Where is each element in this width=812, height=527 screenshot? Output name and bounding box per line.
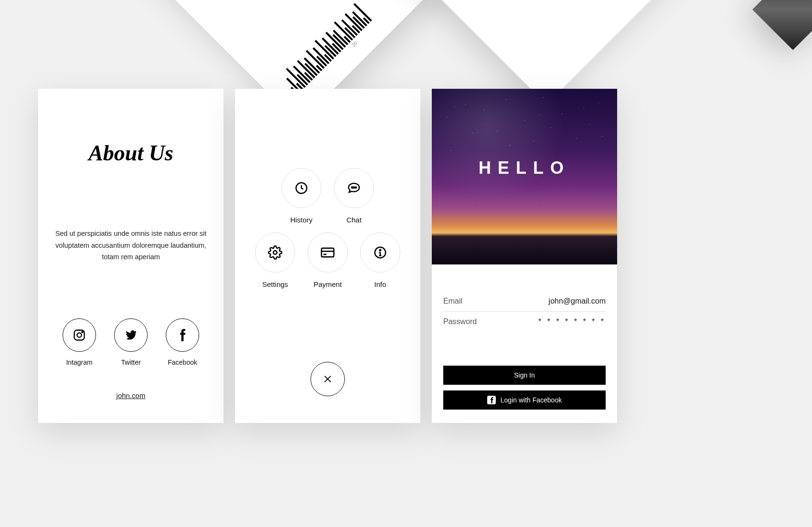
screen-about: About Us Sed ut perspiciatis unde omnis … <box>38 89 224 423</box>
menu-chat-label: Chat <box>334 216 374 224</box>
social-facebook-label: Facebook <box>166 358 199 366</box>
menu-settings-label: Settings <box>255 280 295 288</box>
about-title: About Us <box>38 140 224 166</box>
menu-payment[interactable]: Payment <box>308 232 348 288</box>
svg-point-5 <box>353 187 355 189</box>
menu-settings[interactable]: Settings <box>255 232 295 288</box>
login-facebook-button[interactable]: Login with Facebook <box>443 390 606 410</box>
close-icon <box>322 374 333 384</box>
instagram-icon <box>63 318 96 352</box>
card card-icon <box>308 232 348 273</box>
menu-info-label: Info <box>360 280 400 288</box>
svg-rect-8 <box>321 248 334 257</box>
menu-info[interactable]: Info <box>360 232 400 288</box>
login-form: Email john@gmail.com Password * * * * * … <box>432 264 617 332</box>
facebook-square-icon <box>487 396 496 404</box>
svg-point-1 <box>77 333 81 337</box>
svg-point-7 <box>273 251 277 254</box>
chat-icon <box>334 168 374 208</box>
login-hero: HELLO <box>432 89 617 264</box>
login-facebook-label: Login with Facebook <box>501 396 562 404</box>
info-icon <box>360 232 400 273</box>
facebook-icon <box>166 318 199 352</box>
social-instagram-label: Intagram <box>63 358 96 366</box>
social-twitter[interactable]: Twitter <box>114 318 148 366</box>
social-instagram[interactable]: Intagram <box>63 318 96 366</box>
signin-button[interactable]: Sign In <box>443 366 606 385</box>
social-row: Intagram Twitter Facebook <box>38 318 224 366</box>
email-row[interactable]: Email john@gmail.com <box>443 291 606 312</box>
screen-login: HELLO Email john@gmail.com Password * * … <box>432 89 617 423</box>
email-value: john@gmail.com <box>549 297 606 306</box>
signin-label: Sign In <box>514 371 535 379</box>
svg-point-6 <box>355 187 357 189</box>
bg-thumb-peek <box>752 0 812 50</box>
clock-icon <box>281 168 321 208</box>
close-button[interactable] <box>310 362 345 396</box>
menu-chat[interactable]: Chat <box>334 168 374 224</box>
svg-point-4 <box>352 187 353 189</box>
menu-payment-label: Payment <box>308 280 348 288</box>
twitter-icon <box>114 318 148 352</box>
social-facebook[interactable]: Facebook <box>166 318 199 366</box>
menu-history[interactable]: History <box>281 168 321 224</box>
about-link[interactable]: john.com <box>117 391 146 400</box>
password-value: * * * * * * * * <box>538 317 606 326</box>
gear-icon <box>255 232 295 273</box>
svg-point-12 <box>380 250 381 251</box>
password-row[interactable]: Password * * * * * * * * <box>443 312 606 332</box>
svg-point-2 <box>82 331 83 332</box>
email-label: Email <box>443 297 462 306</box>
about-body: Sed ut perspiciatis unde omnis iste natu… <box>38 228 224 263</box>
screen-menu: History Chat <box>235 89 420 423</box>
social-twitter-label: Twitter <box>114 358 148 366</box>
login-hero-title: HELLO <box>479 158 570 178</box>
menu-history-label: History <box>281 216 321 224</box>
password-label: Password <box>443 317 477 326</box>
